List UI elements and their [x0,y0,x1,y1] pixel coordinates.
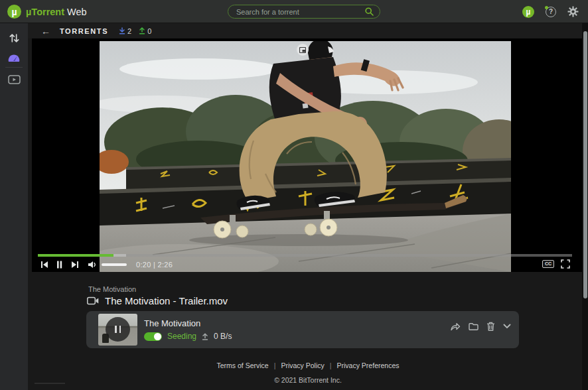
seek-bar[interactable] [38,254,572,257]
picture-in-picture-button[interactable] [297,44,309,56]
copyright-text: © 2021 BitTorrent Inc. [28,376,588,384]
header-bar: µ µTorrent Web µ ? [0,0,588,23]
torrent-actions [450,322,511,331]
delete-button[interactable] [486,322,495,331]
trash-icon [486,322,495,331]
seeding-toggle[interactable] [144,332,162,341]
scrollbar-track [582,23,588,390]
next-button[interactable] [71,261,79,269]
upload-speed: 0 B/s [214,332,232,341]
torrent-card: The Motivation Seeding 0 B/s [86,311,519,348]
brand-logo: µ µTorrent Web [7,5,87,19]
open-folder-button[interactable] [469,322,478,331]
back-button[interactable]: ← [41,27,50,36]
chevron-down-icon [503,324,511,329]
torrent-name: The Motivation [144,318,200,328]
video-player: 0:20 | 2:26 CC [32,38,583,272]
help-icon[interactable]: ? [546,7,556,17]
status-badge: Seeding [167,332,196,341]
page-title: TORRENTS [60,27,108,35]
transfer-stats: 2 0 [119,27,151,35]
seek-bar-fill [38,254,113,257]
fullscreen-icon[interactable] [561,259,570,269]
player-secondary-controls: CC [542,258,570,270]
thumbnail-pause-overlay[interactable] [106,317,130,342]
utorrent-web-app: µ µTorrent Web µ ? [0,0,588,390]
breadcrumb: ← TORRENTS 2 0 [28,23,588,38]
settings-gear-icon[interactable] [567,6,579,17]
file-title-row: The Motivation - Trailer.mov [87,295,228,306]
previous-button[interactable] [40,261,48,269]
sidebar-item-transfers[interactable] [0,29,28,46]
expand-button[interactable] [503,324,511,329]
torrent-search [228,5,380,19]
collection-title: The Motivation [88,285,136,293]
search-input[interactable] [236,5,359,18]
utorrent-logo-icon: µ [7,5,21,19]
search-icon[interactable] [365,7,374,16]
share-button[interactable] [450,322,461,331]
footer-links: Terms of Service | Privacy Policy | Priv… [28,361,588,369]
sidebar-item-devices[interactable] [0,71,28,88]
footer-separator: | [330,361,332,369]
video-frame[interactable] [100,41,511,272]
transfers-arrows-icon [9,32,20,44]
volume-button[interactable] [88,261,97,269]
upload-speed-icon [202,333,208,340]
share-icon [450,322,461,331]
video-camera-icon [87,296,99,305]
download-arrow-icon [119,27,125,34]
pip-icon [299,47,306,53]
footer-separator: | [274,361,276,369]
header-actions: µ ? [522,0,579,23]
terms-of-service-link[interactable]: Terms of Service [217,361,269,369]
pause-button[interactable] [56,261,62,269]
time-display: 0:20 | 2:26 [136,261,173,269]
sidebar-item-speed[interactable] [0,48,28,66]
speed-gauge-icon [7,52,21,62]
downloading-count: 2 [127,27,131,35]
privacy-policy-link[interactable]: Privacy Policy [281,361,324,369]
downloading-stat: 2 [119,27,131,35]
scrollbar-thumb[interactable] [583,31,587,298]
brand-name: µTorrent Web [26,7,87,17]
brand-name-accent: µTorrent [26,7,64,17]
bottom-left-indicator [35,383,65,384]
device-tv-icon [8,75,21,85]
pause-bar [115,326,117,333]
seek-bar-buffer [113,254,126,257]
privacy-preferences-link[interactable]: Privacy Preferences [337,361,400,369]
seeding-count: 0 [147,27,151,35]
volume-slider[interactable] [102,263,127,266]
brand-name-rest: Web [67,7,87,17]
help-question-mark: ? [549,8,553,15]
pause-bar [119,326,121,333]
torrent-thumbnail[interactable] [98,314,137,346]
torrent-status-row: Seeding 0 B/s [144,332,232,341]
toggle-knob [154,333,161,340]
folder-icon [469,322,478,331]
closed-captions-button[interactable]: CC [542,260,554,268]
seeding-stat: 0 [139,27,151,35]
sidebar-divider [5,67,23,68]
upgrade-icon[interactable]: µ [522,6,534,18]
help-notification-dot [545,6,548,9]
sidebar-rail [0,23,28,390]
transport-controls: 0:20 | 2:26 [40,259,173,271]
file-name: The Motivation - Trailer.mov [105,295,228,306]
upload-arrow-icon [139,27,145,34]
